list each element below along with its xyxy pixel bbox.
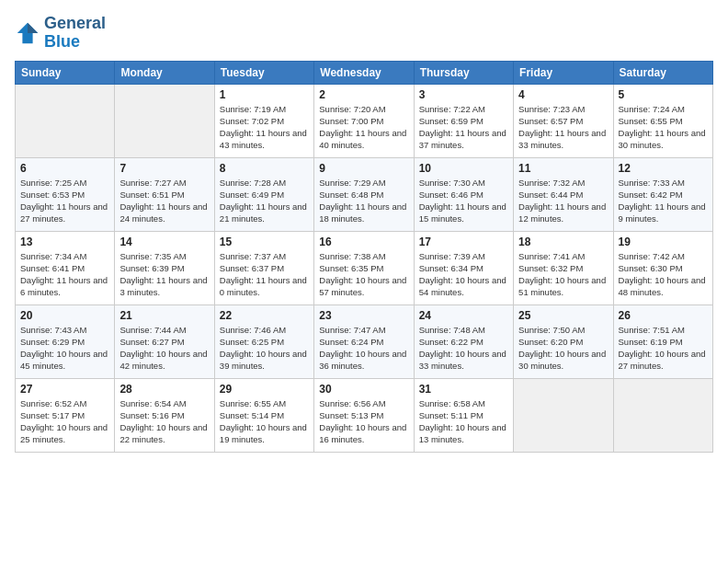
day-number: 1: [220, 88, 309, 101]
calendar-cell: 13 Sunrise: 7:34 AM Sunset: 6:41 PM Dayl…: [16, 231, 115, 304]
day-number: 13: [20, 236, 109, 248]
day-info: Sunrise: 7:43 AM Sunset: 6:29 PM Dayligh…: [20, 324, 109, 373]
calendar-cell: 31 Sunrise: 6:58 AM Sunset: 5:11 PM Dayl…: [414, 378, 513, 452]
weekday-monday: Monday: [115, 61, 214, 84]
calendar-cell: 10 Sunrise: 7:30 AM Sunset: 6:46 PM Dayl…: [414, 157, 513, 231]
calendar-cell: 1 Sunrise: 7:19 AM Sunset: 7:02 PM Dayli…: [214, 84, 313, 157]
day-info: Sunrise: 7:46 AM Sunset: 6:25 PM Dayligh…: [220, 324, 309, 373]
day-number: 16: [319, 236, 408, 248]
calendar-cell: 18 Sunrise: 7:41 AM Sunset: 6:32 PM Dayl…: [514, 231, 613, 304]
calendar-cell: 12 Sunrise: 7:33 AM Sunset: 6:42 PM Dayl…: [613, 157, 712, 231]
calendar-cell: 27 Sunrise: 6:52 AM Sunset: 5:17 PM Dayl…: [16, 378, 115, 452]
calendar-week-4: 20 Sunrise: 7:43 AM Sunset: 6:29 PM Dayl…: [16, 304, 713, 378]
day-info: Sunrise: 7:50 AM Sunset: 6:20 PM Dayligh…: [518, 324, 608, 373]
day-number: 23: [319, 309, 408, 322]
day-info: Sunrise: 7:22 AM Sunset: 6:59 PM Dayligh…: [419, 103, 508, 152]
day-info: Sunrise: 7:41 AM Sunset: 6:32 PM Dayligh…: [518, 250, 608, 299]
calendar-cell: 2 Sunrise: 7:20 AM Sunset: 7:00 PM Dayli…: [314, 84, 414, 157]
calendar-cell: [613, 378, 712, 452]
day-info: Sunrise: 6:55 AM Sunset: 5:14 PM Dayligh…: [220, 397, 309, 446]
day-number: 11: [518, 162, 608, 175]
day-info: Sunrise: 7:25 AM Sunset: 6:53 PM Dayligh…: [20, 177, 109, 225]
calendar-cell: 15 Sunrise: 7:37 AM Sunset: 6:37 PM Dayl…: [214, 231, 313, 304]
calendar-cell: 16 Sunrise: 7:38 AM Sunset: 6:35 PM Dayl…: [314, 231, 414, 304]
calendar-week-2: 6 Sunrise: 7:25 AM Sunset: 6:53 PM Dayli…: [16, 157, 713, 231]
day-info: Sunrise: 7:34 AM Sunset: 6:41 PM Dayligh…: [20, 250, 109, 299]
calendar-table: SundayMondayTuesdayWednesdayThursdayFrid…: [15, 61, 713, 453]
calendar-cell: 28 Sunrise: 6:54 AM Sunset: 5:16 PM Dayl…: [115, 378, 214, 452]
calendar-cell: 19 Sunrise: 7:42 AM Sunset: 6:30 PM Dayl…: [613, 231, 712, 304]
day-info: Sunrise: 7:42 AM Sunset: 6:30 PM Dayligh…: [619, 250, 708, 299]
calendar-cell: 7 Sunrise: 7:27 AM Sunset: 6:51 PM Dayli…: [115, 157, 214, 231]
day-number: 6: [20, 162, 109, 175]
calendar-week-1: 1 Sunrise: 7:19 AM Sunset: 7:02 PM Dayli…: [16, 84, 713, 157]
logo-icon: [15, 20, 40, 46]
page-header: General Blue: [15, 15, 713, 52]
calendar-cell: 24 Sunrise: 7:48 AM Sunset: 6:22 PM Dayl…: [414, 304, 513, 378]
day-number: 20: [20, 309, 109, 322]
day-info: Sunrise: 7:27 AM Sunset: 6:51 PM Dayligh…: [119, 177, 209, 225]
calendar-cell: 20 Sunrise: 7:43 AM Sunset: 6:29 PM Dayl…: [16, 304, 115, 378]
day-info: Sunrise: 7:44 AM Sunset: 6:27 PM Dayligh…: [119, 324, 209, 373]
weekday-header-row: SundayMondayTuesdayWednesdayThursdayFrid…: [16, 61, 713, 84]
day-number: 30: [319, 383, 408, 396]
weekday-thursday: Thursday: [414, 61, 513, 84]
calendar-cell: 29 Sunrise: 6:55 AM Sunset: 5:14 PM Dayl…: [214, 378, 313, 452]
calendar-cell: [115, 84, 214, 157]
calendar-cell: 6 Sunrise: 7:25 AM Sunset: 6:53 PM Dayli…: [16, 157, 115, 231]
calendar-cell: 4 Sunrise: 7:23 AM Sunset: 6:57 PM Dayli…: [514, 84, 613, 157]
calendar-week-5: 27 Sunrise: 6:52 AM Sunset: 5:17 PM Dayl…: [16, 378, 713, 452]
day-number: 14: [119, 236, 209, 248]
weekday-tuesday: Tuesday: [214, 61, 313, 84]
day-number: 26: [619, 309, 708, 322]
day-number: 9: [319, 162, 408, 175]
calendar-week-3: 13 Sunrise: 7:34 AM Sunset: 6:41 PM Dayl…: [16, 231, 713, 304]
calendar-cell: 25 Sunrise: 7:50 AM Sunset: 6:20 PM Dayl…: [514, 304, 613, 378]
calendar-cell: 26 Sunrise: 7:51 AM Sunset: 6:19 PM Dayl…: [613, 304, 712, 378]
calendar-cell: [16, 84, 115, 157]
day-number: 22: [220, 309, 309, 322]
calendar-cell: 11 Sunrise: 7:32 AM Sunset: 6:44 PM Dayl…: [514, 157, 613, 231]
day-info: Sunrise: 7:33 AM Sunset: 6:42 PM Dayligh…: [619, 177, 708, 225]
day-info: Sunrise: 7:19 AM Sunset: 7:02 PM Dayligh…: [220, 103, 309, 152]
calendar-cell: 14 Sunrise: 7:35 AM Sunset: 6:39 PM Dayl…: [115, 231, 214, 304]
calendar-cell: 3 Sunrise: 7:22 AM Sunset: 6:59 PM Dayli…: [414, 84, 513, 157]
day-number: 3: [419, 88, 508, 101]
day-info: Sunrise: 6:56 AM Sunset: 5:13 PM Dayligh…: [319, 397, 408, 446]
day-info: Sunrise: 7:24 AM Sunset: 6:55 PM Dayligh…: [619, 103, 708, 152]
calendar-cell: 5 Sunrise: 7:24 AM Sunset: 6:55 PM Dayli…: [613, 84, 712, 157]
svg-marker-1: [28, 23, 38, 33]
day-number: 10: [419, 162, 508, 175]
day-number: 15: [220, 236, 309, 248]
calendar-cell: 17 Sunrise: 7:39 AM Sunset: 6:34 PM Dayl…: [414, 231, 513, 304]
day-number: 29: [220, 383, 309, 396]
weekday-saturday: Saturday: [613, 61, 712, 84]
day-number: 18: [518, 236, 608, 248]
day-number: 24: [419, 309, 508, 322]
day-number: 31: [419, 383, 508, 396]
day-number: 4: [518, 88, 608, 101]
calendar-cell: [514, 378, 613, 452]
weekday-wednesday: Wednesday: [314, 61, 414, 84]
calendar-cell: 30 Sunrise: 6:56 AM Sunset: 5:13 PM Dayl…: [314, 378, 414, 452]
day-number: 27: [20, 383, 109, 396]
day-info: Sunrise: 7:28 AM Sunset: 6:49 PM Dayligh…: [220, 177, 309, 225]
day-info: Sunrise: 6:52 AM Sunset: 5:17 PM Dayligh…: [20, 397, 109, 446]
day-number: 12: [619, 162, 708, 175]
day-number: 25: [518, 309, 608, 322]
day-number: 19: [619, 236, 708, 248]
calendar-cell: 8 Sunrise: 7:28 AM Sunset: 6:49 PM Dayli…: [214, 157, 313, 231]
day-info: Sunrise: 7:32 AM Sunset: 6:44 PM Dayligh…: [518, 177, 608, 225]
day-info: Sunrise: 7:48 AM Sunset: 6:22 PM Dayligh…: [419, 324, 508, 373]
day-info: Sunrise: 7:39 AM Sunset: 6:34 PM Dayligh…: [419, 250, 508, 299]
day-info: Sunrise: 7:35 AM Sunset: 6:39 PM Dayligh…: [119, 250, 209, 299]
day-info: Sunrise: 6:58 AM Sunset: 5:11 PM Dayligh…: [419, 397, 508, 446]
day-info: Sunrise: 7:23 AM Sunset: 6:57 PM Dayligh…: [518, 103, 608, 152]
day-number: 17: [419, 236, 508, 248]
day-number: 8: [220, 162, 309, 175]
day-info: Sunrise: 7:20 AM Sunset: 7:00 PM Dayligh…: [319, 103, 408, 152]
logo-text-blue: Blue: [44, 33, 106, 52]
day-info: Sunrise: 7:29 AM Sunset: 6:48 PM Dayligh…: [319, 177, 408, 225]
day-info: Sunrise: 7:47 AM Sunset: 6:24 PM Dayligh…: [319, 324, 408, 373]
calendar-cell: 9 Sunrise: 7:29 AM Sunset: 6:48 PM Dayli…: [314, 157, 414, 231]
